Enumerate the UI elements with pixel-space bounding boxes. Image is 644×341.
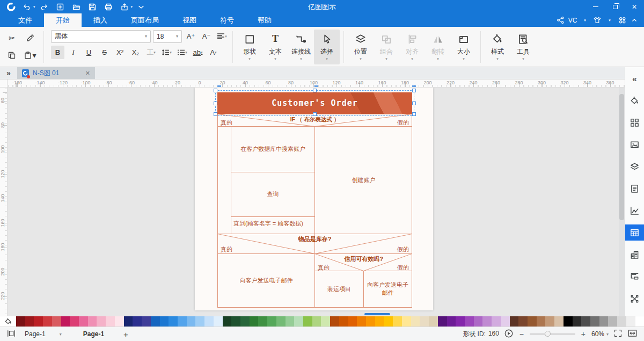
copy-button[interactable] — [5, 48, 19, 62]
vertical-scrollbar[interactable] — [619, 88, 625, 316]
symbol-library-panel-icon[interactable] — [625, 114, 644, 130]
palette-swatch[interactable] — [178, 316, 187, 327]
chart-panel-icon[interactable] — [625, 202, 644, 219]
selection-handle[interactable] — [214, 112, 217, 116]
palette-swatch[interactable] — [518, 316, 528, 327]
loop-until-label[interactable]: 直到(顾客名字 = 顾客数据) — [233, 220, 303, 227]
bullet-list-button[interactable]: ▾ — [175, 46, 189, 59]
zoom-slider-knob[interactable] — [545, 331, 551, 337]
palette-swatch[interactable] — [420, 316, 429, 327]
if-condition-label[interactable]: IF （ 布尔表达式 ） — [217, 116, 412, 123]
grow-font-button[interactable]: A⁺ — [184, 30, 197, 43]
stock-false-label[interactable]: 假的 — [397, 246, 409, 253]
shrink-font-button[interactable]: A⁻ — [200, 30, 213, 43]
palette-swatch[interactable] — [626, 316, 635, 327]
zoom-in-button[interactable]: + — [580, 330, 587, 338]
paste-button[interactable]: ▾ — [23, 48, 37, 62]
palette-swatch[interactable] — [447, 316, 456, 327]
close-button[interactable]: ✕ — [625, 0, 644, 13]
selection-handle[interactable] — [313, 112, 317, 116]
palette-swatch[interactable] — [366, 316, 375, 327]
diagram-title-banner[interactable]: Customer's Order — [217, 92, 412, 114]
building-panel-icon[interactable] — [625, 246, 644, 263]
print-button[interactable] — [101, 1, 116, 12]
palette-swatch[interactable] — [321, 316, 330, 327]
credit-true-cell[interactable]: 装运项目 — [315, 271, 363, 307]
stock-question-label[interactable]: 物品是库存? — [217, 236, 412, 243]
credit-false-cell[interactable]: 向客户发送电子邮件 — [363, 271, 412, 307]
if-false-label[interactable]: 假的 — [397, 119, 409, 126]
format-painter-button[interactable] — [23, 31, 37, 45]
palette-swatch[interactable] — [43, 316, 52, 327]
palette-swatch[interactable] — [393, 316, 402, 327]
outline-panel-icon[interactable] — [625, 269, 644, 285]
palette-swatch[interactable] — [528, 316, 537, 327]
palette-swatch[interactable] — [169, 316, 178, 327]
palette-swatch[interactable] — [429, 316, 438, 327]
stock-true-label[interactable]: 真的 — [221, 246, 232, 253]
palette-swatch[interactable] — [70, 316, 79, 327]
selection-handle[interactable] — [412, 89, 416, 92]
horizontal-scrollbar-thumb[interactable] — [364, 313, 390, 315]
palette-swatch[interactable] — [303, 316, 312, 327]
palette-swatch[interactable] — [267, 316, 276, 327]
palette-swatch[interactable] — [554, 316, 564, 327]
palette-swatch[interactable] — [231, 316, 240, 327]
loop-step1-cell[interactable]: 在客户数据库中搜索账户 — [231, 126, 315, 172]
palette-swatch[interactable] — [97, 316, 106, 327]
palette-swatch[interactable] — [339, 316, 348, 327]
undo-dropdown-arrow[interactable]: ▾ — [33, 5, 35, 9]
palette-swatch[interactable] — [492, 316, 501, 327]
selection-handle[interactable] — [214, 101, 217, 105]
fill-color-icon[interactable] — [0, 316, 16, 327]
page-selector[interactable]: Page-1▾ — [21, 329, 65, 339]
palette-swatch[interactable] — [537, 316, 546, 327]
palette-swatch[interactable] — [617, 316, 626, 327]
align-button[interactable]: ▾ — [215, 30, 229, 43]
redo-button[interactable] — [36, 1, 52, 12]
fullscreen-button[interactable] — [613, 329, 623, 339]
palette-swatch[interactable] — [240, 316, 250, 327]
theme-icon[interactable] — [592, 14, 603, 26]
apps-grid-icon[interactable] — [617, 14, 627, 26]
palette-swatch[interactable] — [195, 316, 204, 327]
palette-swatch[interactable] — [88, 316, 97, 327]
palette-swatch[interactable] — [258, 316, 267, 327]
palette-swatch[interactable] — [599, 316, 609, 327]
menu-tab-1[interactable]: 文件 — [6, 13, 44, 27]
palette-swatch[interactable] — [465, 316, 474, 327]
zoom-level[interactable]: 60%▾ — [591, 330, 609, 338]
subscript-button[interactable]: X₂ — [129, 46, 142, 59]
palette-swatch[interactable] — [106, 316, 115, 327]
selection-handle[interactable] — [214, 89, 217, 92]
presentation-play-button[interactable] — [504, 329, 514, 340]
add-page-button[interactable]: + — [123, 330, 128, 339]
save-button[interactable] — [85, 1, 100, 12]
table-panel-icon[interactable] — [625, 224, 644, 241]
palette-swatch[interactable] — [142, 316, 151, 327]
palette-swatch[interactable] — [79, 316, 88, 327]
account-dropdown-arrow[interactable]: ▾ — [580, 14, 590, 26]
palette-swatch[interactable] — [276, 316, 286, 327]
new-file-button[interactable] — [53, 1, 68, 12]
text-effect-button[interactable]: 工▾ — [144, 46, 158, 59]
palette-swatch[interactable] — [286, 316, 295, 327]
font-color-button[interactable]: A▾ — [207, 46, 220, 59]
menu-tab-6[interactable]: 符号 — [208, 13, 246, 27]
theme-dropdown-arrow[interactable]: ▾ — [604, 14, 615, 26]
stock-true-cell[interactable]: 向客户发送电子邮件 — [217, 253, 315, 307]
else-branch-cell[interactable]: 创建账户 — [315, 126, 412, 234]
text-highlight-button[interactable]: ab▾ — [191, 46, 204, 59]
page-tab[interactable]: Page-1 — [83, 330, 104, 338]
palette-swatch[interactable] — [61, 316, 70, 327]
position-button[interactable]: 位置▾ — [348, 30, 374, 64]
palette-swatch[interactable] — [250, 316, 259, 327]
palette-swatch[interactable] — [52, 316, 61, 327]
palette-swatch[interactable] — [573, 316, 582, 327]
bold-button[interactable]: B — [51, 46, 64, 59]
selection-handle[interactable] — [412, 112, 416, 116]
palette-swatch[interactable] — [474, 316, 483, 327]
if-true-label[interactable]: 真的 — [221, 119, 232, 126]
connector-tool-button[interactable]: 连接线▾ — [288, 30, 314, 64]
loop-step2-cell[interactable]: 查询 — [231, 172, 315, 216]
